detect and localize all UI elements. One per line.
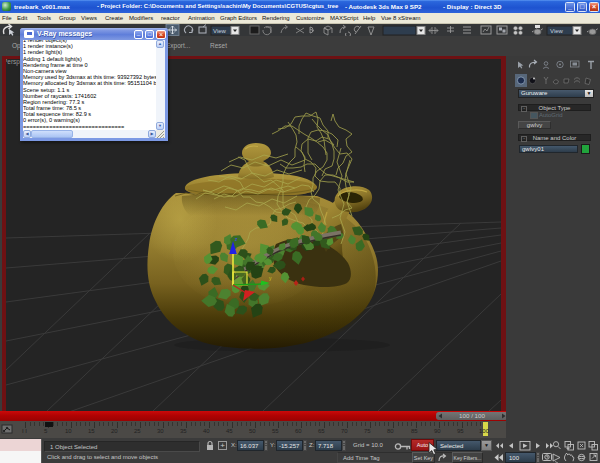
svg-text:View: View <box>213 28 227 34</box>
svg-text:View: View <box>550 28 564 34</box>
svg-text:100 / 100: 100 / 100 <box>459 412 485 419</box>
